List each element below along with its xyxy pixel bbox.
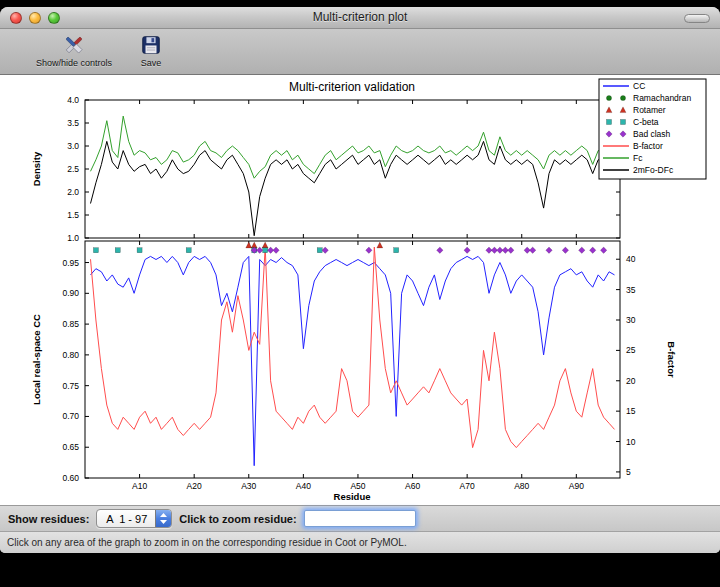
svg-text:15: 15 — [626, 406, 636, 416]
svg-text:A80: A80 — [514, 481, 529, 491]
panel-1: 0.600.650.700.750.800.850.900.9551015202… — [31, 241, 677, 491]
show-residues-label: Show residues: — [8, 513, 89, 525]
svg-text:3.0: 3.0 — [67, 141, 79, 151]
svg-text:1.5: 1.5 — [67, 210, 79, 220]
svg-text:1.0: 1.0 — [67, 233, 79, 243]
svg-text:0.85: 0.85 — [62, 319, 79, 329]
svg-text:2.0: 2.0 — [67, 187, 79, 197]
y-axis-label: Local real-space CC — [31, 314, 42, 405]
plot-area: Multi-criterion validation1.01.52.02.53.… — [0, 75, 720, 505]
svg-text:40: 40 — [626, 254, 636, 264]
zoom-residue-label: Click to zoom residue: — [179, 513, 296, 525]
toolbar-toggle-button[interactable] — [684, 14, 710, 23]
close-button[interactable] — [10, 12, 22, 24]
svg-text:A30: A30 — [241, 481, 256, 491]
status-bar: Click on any area of the graph to zoom i… — [0, 531, 720, 553]
zoom-window-button[interactable] — [48, 12, 60, 24]
tool-label: Show/hide controls — [36, 58, 112, 68]
svg-text:A10: A10 — [132, 481, 147, 491]
minimize-button[interactable] — [29, 12, 41, 24]
zoom-residue-input[interactable] — [304, 510, 416, 527]
multi-criterion-plot-window: Multi-criterion plot — [0, 7, 720, 553]
svg-text:2mFo-DFc: 2mFo-DFc — [633, 165, 674, 175]
window-title: Multi-criterion plot — [0, 7, 720, 28]
svg-text:25: 25 — [626, 345, 636, 355]
svg-text:0.80: 0.80 — [62, 350, 79, 360]
plot-title: Multi-criterion validation — [289, 80, 415, 94]
save-icon — [138, 32, 164, 58]
toolbar: Show/hide controls Save — [0, 29, 720, 75]
svg-text:0.95: 0.95 — [62, 258, 79, 268]
tools-icon — [61, 32, 87, 58]
desktop-background: Multi-criterion plot — [0, 0, 720, 587]
svg-text:Ramachandran: Ramachandran — [633, 93, 691, 103]
window-controls — [10, 12, 60, 24]
show-hide-controls-button[interactable]: Show/hide controls — [36, 32, 112, 68]
dropdown-value: A 1 - 97 — [97, 513, 155, 525]
controls-bar: Show residues: A 1 - 97 Click to zoom re… — [0, 505, 720, 531]
svg-text:0.90: 0.90 — [62, 288, 79, 298]
show-residues-dropdown[interactable]: A 1 - 97 — [96, 509, 172, 528]
svg-text:A20: A20 — [187, 481, 202, 491]
svg-text:A90: A90 — [569, 481, 584, 491]
svg-text:A50: A50 — [350, 481, 365, 491]
svg-text:30: 30 — [626, 315, 636, 325]
svg-text:Rotamer: Rotamer — [633, 105, 666, 115]
svg-text:A60: A60 — [405, 481, 420, 491]
svg-text:CC: CC — [633, 81, 645, 91]
svg-text:20: 20 — [626, 376, 636, 386]
svg-text:B-factor: B-factor — [633, 141, 663, 151]
status-text: Click on any area of the graph to zoom i… — [7, 537, 407, 548]
svg-text:0.60: 0.60 — [62, 473, 79, 483]
svg-text:35: 35 — [626, 285, 636, 295]
svg-text:10: 10 — [626, 437, 636, 447]
svg-text:A70: A70 — [460, 481, 475, 491]
tool-label: Save — [141, 58, 162, 68]
svg-text:0.65: 0.65 — [62, 442, 79, 452]
svg-text:4.0: 4.0 — [67, 95, 79, 105]
titlebar: Multi-criterion plot — [0, 7, 720, 29]
y-axis-label: Density — [31, 151, 42, 186]
svg-text:0.75: 0.75 — [62, 381, 79, 391]
svg-text:C-beta: C-beta — [633, 117, 659, 127]
save-button[interactable]: Save — [138, 32, 164, 68]
panel-0: 1.01.52.02.53.03.54.0Density — [31, 95, 620, 243]
svg-text:A40: A40 — [296, 481, 311, 491]
y-axis-label-right: B-factor — [666, 341, 677, 378]
svg-text:Bad clash: Bad clash — [633, 129, 671, 139]
validation-figure[interactable]: Multi-criterion validation1.01.52.02.53.… — [0, 75, 720, 505]
svg-text:2.5: 2.5 — [67, 164, 79, 174]
legend: CCRamachandranRotamerC-betaBad clashB-fa… — [599, 79, 706, 179]
svg-text:3.5: 3.5 — [67, 118, 79, 128]
svg-text:5: 5 — [626, 467, 631, 477]
svg-text:Fc: Fc — [633, 153, 643, 163]
svg-text:0.70: 0.70 — [62, 411, 79, 421]
x-axis-label: Residue — [334, 491, 371, 502]
dropdown-stepper-icon — [155, 509, 171, 528]
